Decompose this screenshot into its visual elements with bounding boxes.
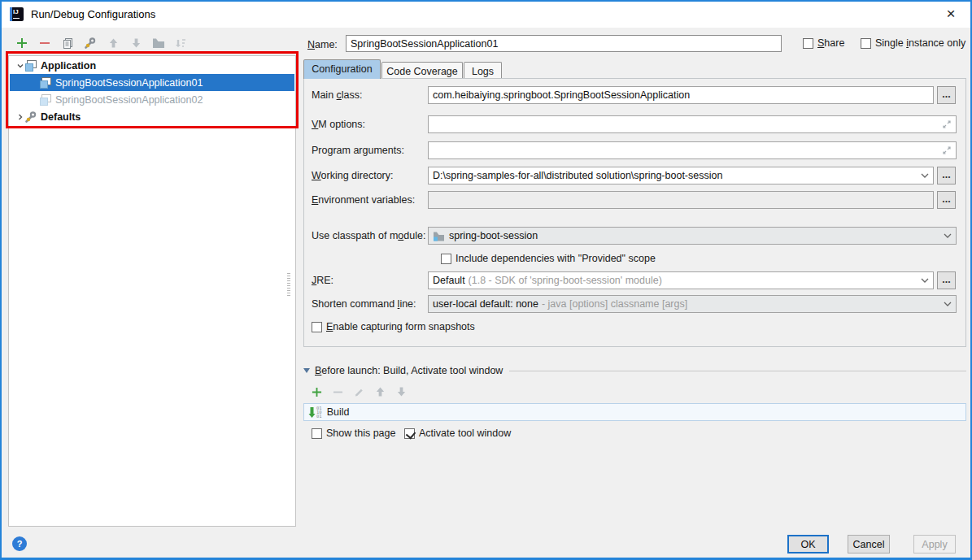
working-directory-label: Working directory:	[312, 170, 394, 181]
name-label: Name:	[307, 39, 338, 50]
expand-icon[interactable]	[942, 119, 952, 129]
share-checkbox[interactable]: Share	[803, 37, 844, 49]
vm-options-label: VM options:	[312, 119, 365, 130]
environment-variables-field[interactable]	[428, 191, 934, 209]
new-folder-icon[interactable]	[151, 36, 166, 50]
before-launch-add-icon[interactable]	[309, 384, 324, 399]
wrench-icon	[24, 111, 37, 124]
tab-configuration[interactable]: Configuration	[303, 59, 381, 79]
shorten-command-line-combo[interactable]: user-local default: none - java [options…	[428, 295, 957, 313]
copy-icon[interactable]	[60, 36, 75, 50]
include-provided-checkbox[interactable]: Include dependencies with "Provided" sco…	[441, 253, 656, 264]
before-launch-move-down-icon[interactable]	[394, 384, 408, 399]
chevron-down-icon[interactable]	[921, 278, 929, 283]
main-class-field[interactable]	[428, 86, 934, 104]
module-label: Use classpath of module:	[312, 230, 425, 241]
environment-variables-label: Environment variables:	[312, 194, 415, 206]
before-launch-title: Before launch: Build, Activate tool wind…	[315, 365, 503, 376]
main-class-browse-button[interactable]: ...	[937, 86, 956, 104]
remove-icon[interactable]	[37, 36, 52, 50]
expand-icon[interactable]	[942, 145, 952, 155]
chevron-down-icon[interactable]	[944, 302, 952, 306]
ok-button[interactable]: OK	[787, 535, 829, 553]
jre-combo[interactable]: Default (1.8 - SDK of 'spring-boot-sessi…	[428, 271, 934, 289]
window-title: Run/Debug Configurations	[31, 2, 155, 28]
configurations-tree: Application SpringBootSessionApplication…	[8, 55, 296, 527]
before-launch-item-build[interactable]: 01 10 01 Build	[303, 403, 966, 421]
shorten-command-line-label: Shorten command line:	[312, 298, 416, 310]
vm-options-field[interactable]	[428, 115, 957, 133]
sort-icon[interactable]	[172, 36, 187, 50]
tab-logs[interactable]: Logs	[464, 62, 502, 79]
show-this-page-checkbox[interactable]: Show this page	[312, 428, 395, 439]
move-down-icon[interactable]	[129, 36, 143, 50]
application-icon	[39, 93, 52, 106]
apply-button[interactable]: Apply	[913, 535, 956, 553]
splitter-grip[interactable]	[287, 273, 290, 296]
tree-item-config-01[interactable]: SpringBootSessionApplication01	[10, 74, 294, 91]
add-icon[interactable]	[15, 36, 29, 50]
tree-item-application[interactable]: Application	[10, 57, 294, 74]
intellij-logo-icon: IJ	[10, 7, 24, 21]
before-launch-header[interactable]: Before launch: Build, Activate tool wind…	[303, 365, 966, 376]
run-debug-configurations-dialog: IJ Run/Debug Configurations × Applicatio…	[0, 0, 972, 560]
chevron-down-icon	[16, 62, 24, 70]
program-arguments-field[interactable]	[428, 141, 957, 159]
tree-item-defaults[interactable]: Defaults	[10, 108, 294, 125]
program-arguments-label: Program arguments:	[312, 145, 404, 156]
close-icon[interactable]: ×	[939, 3, 962, 26]
before-launch-remove-icon[interactable]	[330, 384, 345, 399]
activate-tool-window-checkbox[interactable]: Activate tool window	[404, 428, 511, 439]
move-up-icon[interactable]	[106, 36, 120, 50]
edit-pencil-icon[interactable]	[351, 384, 366, 399]
title-bar: IJ Run/Debug Configurations ×	[2, 2, 970, 28]
module-combo[interactable]: spring-boot-session	[428, 227, 957, 245]
chevron-down-icon[interactable]	[944, 233, 952, 238]
working-directory-browse-button[interactable]: ...	[937, 167, 956, 184]
module-icon	[433, 231, 445, 241]
application-icon	[39, 76, 52, 89]
environment-variables-browse-button[interactable]: ...	[937, 191, 956, 209]
enable-snapshots-checkbox[interactable]: Enable capturing form snapshots	[312, 321, 475, 332]
jre-label: JRE:	[312, 275, 333, 286]
cancel-button[interactable]: Cancel	[848, 535, 890, 553]
single-instance-checkbox[interactable]: Single instance only	[861, 37, 965, 49]
working-directory-combo[interactable]	[428, 167, 934, 184]
main-class-label: Main class:	[312, 89, 363, 101]
chevron-right-icon	[16, 113, 24, 121]
name-input[interactable]	[346, 35, 782, 52]
build-item-label: Build	[327, 406, 350, 418]
help-button[interactable]: ?	[12, 536, 27, 551]
build-icon: 01 10 01	[308, 406, 322, 419]
edit-defaults-wrench-icon[interactable]	[83, 36, 98, 50]
jre-browse-button[interactable]: ...	[937, 271, 956, 289]
before-launch-move-up-icon[interactable]	[373, 384, 387, 399]
chevron-down-icon[interactable]	[921, 173, 929, 178]
tab-code-coverage[interactable]: Code Coverage	[381, 62, 463, 79]
collapse-triangle-icon[interactable]	[303, 368, 310, 373]
tree-item-config-02[interactable]: SpringBootSessionApplication02	[10, 91, 294, 108]
application-icon	[24, 59, 37, 72]
